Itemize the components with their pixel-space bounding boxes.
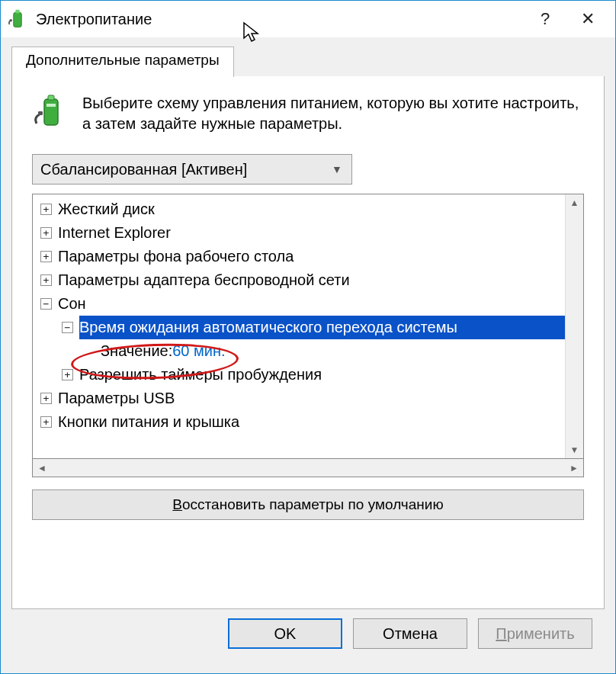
tab-filler bbox=[234, 47, 605, 77]
tab-page: Выберите схему управления питанием, кото… bbox=[11, 76, 605, 609]
svg-rect-3 bbox=[44, 99, 58, 125]
tree-item-label: Параметры USB bbox=[58, 387, 175, 410]
tree-item-label: Разрешить таймеры пробуждения bbox=[79, 363, 322, 387]
close-button[interactable]: ✕ bbox=[566, 4, 609, 34]
collapse-icon[interactable]: − bbox=[40, 298, 52, 310]
restore-prefix: В bbox=[172, 496, 182, 512]
window-title: Электропитание bbox=[36, 11, 524, 28]
tree-item-label: Параметры фона рабочего стола bbox=[58, 245, 294, 268]
tab-advanced-settings[interactable]: Дополнительные параметры bbox=[11, 47, 234, 77]
tab-bar: Дополнительные параметры bbox=[11, 47, 605, 77]
tree-item[interactable]: +Internet Explorer bbox=[36, 221, 565, 245]
power-plan-select[interactable]: Сбалансированная [Активен] ▼ bbox=[32, 154, 352, 185]
power-options-window: Электропитание ? ✕ Дополнительные параме… bbox=[0, 0, 616, 674]
vertical-scrollbar[interactable]: ▲ ▼ bbox=[565, 194, 583, 458]
collapse-icon[interactable]: − bbox=[62, 322, 73, 333]
apply-button[interactable]: Применить bbox=[478, 618, 592, 649]
cancel-button[interactable]: Отмена bbox=[353, 618, 467, 649]
expand-icon[interactable]: + bbox=[40, 416, 52, 428]
power-icon bbox=[7, 8, 28, 30]
tree-item-label: Жесткий диск bbox=[58, 197, 155, 221]
intro-text: Выберите схему управления питанием, кото… bbox=[82, 93, 584, 134]
value-link[interactable]: 60 мин. bbox=[172, 339, 225, 363]
tree-item[interactable]: +Параметры фона рабочего стола bbox=[36, 245, 565, 268]
dialog-footer: OK Отмена Применить bbox=[11, 609, 605, 663]
scroll-right-icon[interactable]: ► bbox=[569, 463, 579, 473]
intro-row: Выберите схему управления питанием, кото… bbox=[32, 93, 584, 134]
svg-rect-0 bbox=[14, 12, 22, 27]
tree-item[interactable]: +Параметры адаптера беспроводной сети bbox=[36, 268, 565, 292]
tree-item-label: Кнопки питания и крышка bbox=[58, 410, 239, 434]
tree-item-label: Internet Explorer bbox=[58, 221, 171, 245]
power-plan-value: Сбалансированная [Активен] bbox=[40, 161, 247, 178]
expand-icon[interactable]: + bbox=[40, 251, 52, 262]
horizontal-scrollbar[interactable]: ◄ ► bbox=[32, 459, 584, 477]
settings-tree-container: +Жесткий диск+Internet Explorer+Параметр… bbox=[32, 194, 584, 459]
ok-button[interactable]: OK bbox=[228, 618, 342, 649]
help-button[interactable]: ? bbox=[524, 4, 566, 34]
svg-point-2 bbox=[10, 19, 13, 22]
svg-rect-6 bbox=[38, 111, 43, 115]
content-area: Дополнительные параметры Выберите схему … bbox=[1, 37, 615, 673]
svg-rect-4 bbox=[48, 95, 54, 100]
tree-item-label-selected[interactable]: Время ожидания автоматического перехода … bbox=[79, 316, 565, 339]
scroll-left-icon[interactable]: ◄ bbox=[37, 463, 47, 473]
chevron-down-icon: ▼ bbox=[326, 163, 348, 175]
tree-item[interactable]: +Жесткий диск bbox=[36, 197, 565, 221]
tree-item[interactable]: +Параметры USB bbox=[36, 387, 565, 410]
value-label: Значение: bbox=[101, 339, 172, 363]
tree-item[interactable]: +Разрешить таймеры пробуждения bbox=[36, 363, 565, 387]
titlebar: Электропитание ? ✕ bbox=[1, 1, 615, 37]
scroll-up-icon[interactable]: ▲ bbox=[570, 197, 579, 208]
tree-item-label: Параметры адаптера беспроводной сети bbox=[58, 268, 350, 292]
scroll-down-icon[interactable]: ▼ bbox=[570, 445, 579, 455]
expand-icon[interactable]: + bbox=[40, 204, 52, 215]
expand-icon[interactable]: + bbox=[40, 393, 52, 404]
tree-item[interactable]: −Время ожидания автоматического перехода… bbox=[36, 316, 565, 339]
restore-defaults-button[interactable]: Восстановить параметры по умолчанию bbox=[32, 489, 584, 520]
tree-item-label: Сон bbox=[58, 292, 86, 316]
tree-item[interactable]: +Кнопки питания и крышка bbox=[36, 410, 565, 434]
tree-item[interactable]: −Сон bbox=[36, 292, 565, 316]
expand-icon[interactable]: + bbox=[62, 369, 73, 380]
scroll-thumb-area[interactable] bbox=[566, 208, 583, 445]
tree-item[interactable]: Значение: 60 мин. bbox=[36, 339, 565, 363]
battery-icon bbox=[32, 93, 69, 130]
expand-icon[interactable]: + bbox=[40, 274, 52, 286]
svg-rect-1 bbox=[15, 10, 19, 13]
svg-rect-5 bbox=[47, 104, 56, 107]
restore-rest: осстановить параметры по умолчанию bbox=[182, 496, 444, 512]
expand-icon[interactable]: + bbox=[40, 227, 52, 239]
settings-tree[interactable]: +Жесткий диск+Internet Explorer+Параметр… bbox=[33, 194, 565, 458]
